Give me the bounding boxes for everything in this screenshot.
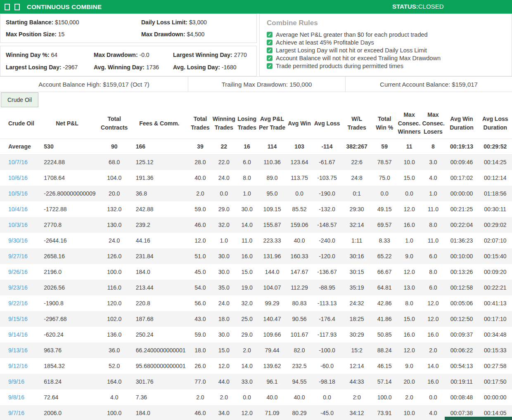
date-link[interactable]: 9/14/16 xyxy=(8,331,28,338)
table-cell: 136.0 xyxy=(99,327,130,342)
date-link[interactable]: 10/5/16 xyxy=(8,190,28,197)
date-link[interactable]: 9/22/16 xyxy=(8,300,28,307)
column-header[interactable]: Avg Loss xyxy=(313,108,342,139)
balance-summary-bar: Account Balance High: $159,017 (Oct 7)Tr… xyxy=(0,77,512,92)
column-header[interactable]: Total Win % xyxy=(372,108,397,139)
table-row: 10/4/16-1722.88132.0242.8859.029.030.010… xyxy=(0,201,512,217)
column-header[interactable]: Losing Trades xyxy=(236,108,258,139)
date-cell: 10/6/16 xyxy=(0,170,36,186)
column-header[interactable]: Avg Win xyxy=(287,108,313,139)
date-link[interactable]: 10/3/16 xyxy=(8,222,28,228)
column-header[interactable]: Winning Trades xyxy=(212,108,236,139)
date-link[interactable]: 10/6/16 xyxy=(8,175,28,181)
table-cell: -100.0 xyxy=(313,342,342,358)
table-cell: 100.0 xyxy=(99,405,130,420)
titlebar-icon-2[interactable] xyxy=(14,4,20,10)
column-header[interactable]: Total Contracts xyxy=(99,108,130,139)
rule-text: Average Net P&L greater than $0 for each… xyxy=(276,31,428,38)
table-cell: 116.0 xyxy=(99,280,130,295)
stat-label: Largest Losing Day: xyxy=(6,64,62,71)
day-stats-panel: Winning Day %: 64Max Drawdown: -0.0Large… xyxy=(0,46,257,76)
date-link[interactable]: 9/15/16 xyxy=(8,316,28,322)
table-cell: -98.18 xyxy=(313,374,342,389)
table-cell: -2967.68 xyxy=(36,311,98,327)
table-cell: 00:54:13 xyxy=(445,358,478,374)
table-cell: 109.15 xyxy=(258,201,287,217)
date-link[interactable]: 10/7/16 xyxy=(8,159,28,165)
rule-checkbox-icon[interactable]: ✓ xyxy=(267,40,273,45)
table-cell: 00:09:20 xyxy=(479,264,512,280)
table-cell: 94.55 xyxy=(287,374,313,389)
date-link[interactable]: 9/26/16 xyxy=(8,269,28,275)
date-link[interactable]: 9/13/16 xyxy=(8,347,28,354)
table-cell: 71.09 xyxy=(258,405,287,420)
table-cell: 39 xyxy=(189,139,212,154)
date-cell: 9/9/16 xyxy=(0,374,36,389)
column-header[interactable]: Max Consec. Winners xyxy=(397,108,422,139)
table-cell: 250.24 xyxy=(130,327,189,342)
table-row: 9/15/16-2967.68102.0187.6843.018.025.014… xyxy=(0,311,512,327)
date-link[interactable]: 9/27/16 xyxy=(8,253,28,260)
table-cell: 46.0 xyxy=(189,217,212,233)
table-cell: 10.0 xyxy=(397,154,422,170)
account-limits-panel: Starting Balance: $150,000Daily Loss Lim… xyxy=(0,14,257,43)
table-cell: 73.91 xyxy=(372,405,397,420)
column-header[interactable]: Net P&L xyxy=(36,108,98,139)
table-cell: 8 xyxy=(422,139,445,154)
table-cell: 00:08:48 xyxy=(445,389,478,405)
date-link[interactable]: 10/4/16 xyxy=(8,206,28,212)
column-header[interactable]: W/L Trades xyxy=(342,108,372,139)
table-cell: -1722.88 xyxy=(36,201,98,217)
column-header[interactable]: Max Consec. Losers xyxy=(422,108,445,139)
table-cell: 51.0 xyxy=(189,248,212,264)
date-link[interactable]: 9/8/16 xyxy=(8,394,24,401)
titlebar-icon-1[interactable] xyxy=(5,4,10,10)
stat-label: Winning Day %: xyxy=(6,52,50,58)
table-cell: 16.0 xyxy=(397,217,422,233)
column-header[interactable]: Avg Win Duration xyxy=(445,108,478,139)
rule-checkbox-icon[interactable]: ✓ xyxy=(267,32,273,38)
table-cell: 24:8 xyxy=(342,170,372,186)
column-header[interactable]: Total Trades xyxy=(189,108,212,139)
table-cell: 139.62 xyxy=(258,358,287,374)
table-cell: 11.0 xyxy=(422,201,445,217)
table-cell: 66.2400000000001 xyxy=(130,342,189,358)
rule-text: Trade permitted products during permitte… xyxy=(276,63,403,69)
table-cell: 131.96 xyxy=(258,248,287,264)
tab-crude-oil[interactable]: Crude Oil xyxy=(1,92,38,107)
table-cell: 29:30 xyxy=(342,201,372,217)
table-cell: 00:05:06 xyxy=(445,295,478,311)
date-link[interactable]: 9/7/16 xyxy=(8,410,24,416)
average-row: Average53090166392216114103-114382:26759… xyxy=(0,139,512,154)
table-cell: 11 xyxy=(397,139,422,154)
table-cell: 00:10:00 xyxy=(445,248,478,264)
table-cell: 00:15:40 xyxy=(479,248,512,264)
table-cell: 2224.88 xyxy=(36,154,98,170)
rule-checkbox-icon[interactable]: ✓ xyxy=(267,47,273,53)
table-cell: 8.0 xyxy=(422,217,445,233)
column-header[interactable]: Fees & Comm. xyxy=(130,108,189,139)
column-header[interactable]: Crude Oil xyxy=(0,108,36,139)
table-cell: 0.0 xyxy=(372,186,397,201)
table-cell: 104.0 xyxy=(99,170,130,186)
table-cell: 22:6 xyxy=(342,154,372,170)
stat-item: Winning Day %: 64 xyxy=(6,52,94,58)
date-link[interactable]: 9/23/16 xyxy=(8,284,28,291)
table-cell: 8.0 xyxy=(422,264,445,280)
table-row: 9/23/162026.56116.0213.4454.035.019.0104… xyxy=(0,280,512,295)
date-link[interactable]: 9/12/16 xyxy=(8,363,28,369)
table-cell: 24:32 xyxy=(342,295,372,311)
rule-checkbox-icon[interactable]: ✓ xyxy=(267,63,273,69)
date-link[interactable]: 9/9/16 xyxy=(8,378,24,385)
table-cell: -176.4 xyxy=(313,311,342,327)
table-cell: 22 xyxy=(212,139,236,154)
table-cell: 16.0 xyxy=(397,327,422,342)
column-header[interactable]: Avg P&L Per Trade xyxy=(258,108,287,139)
table-cell: 6.0 xyxy=(422,248,445,264)
table-cell: 00:06:22 xyxy=(445,342,478,358)
column-header[interactable]: Avg Loss Duration xyxy=(479,108,512,139)
date-link[interactable]: 9/30/16 xyxy=(8,237,28,244)
table-cell: 9.0 xyxy=(397,248,422,264)
rule-checkbox-icon[interactable]: ✓ xyxy=(267,55,273,61)
table-cell: 34.0 xyxy=(212,405,236,420)
